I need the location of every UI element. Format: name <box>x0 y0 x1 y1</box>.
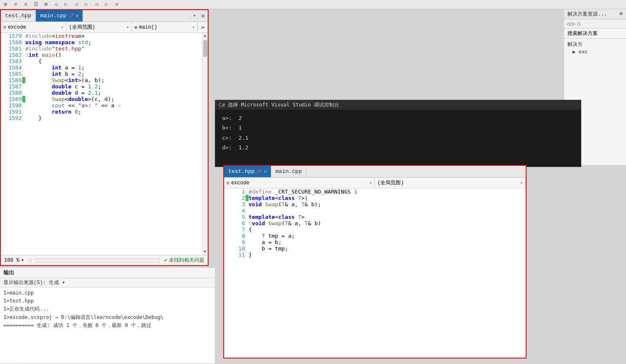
line-code[interactable]: ▽int main() <box>25 52 202 58</box>
line-code[interactable]: double c = 1.2; <box>25 83 202 90</box>
project-dropdown[interactable]: ⊞ excode ▾ <box>1 22 67 32</box>
line-indicator <box>245 189 249 195</box>
tab-bar: test.hpp main.cpp 📌 ✕ ▾ ⚙ <box>1 10 208 22</box>
toolbar-icon-7[interactable]: ▷ <box>62 1 70 8</box>
table-row: 1591 return 0; <box>1 109 202 115</box>
line-number: 1581 <box>1 45 22 52</box>
output-line-3: 1>正在生成代码... <box>3 305 211 313</box>
table-row: 1579 #include<iostream> <box>1 33 202 39</box>
nav-home-icon[interactable]: ⌂ <box>577 20 581 27</box>
tab-dropdown-button[interactable]: ▾ <box>190 13 198 19</box>
toolbar-icon-9[interactable]: ▷ <box>83 1 90 8</box>
line-code[interactable]: ▽void Swap(T& a, T& b) <box>249 220 526 226</box>
toolbar-icon-1[interactable]: ⊞ <box>2 1 9 8</box>
line-code[interactable]: int b = 2; <box>25 71 202 77</box>
line-indicator <box>22 58 25 64</box>
toolbar-icon-8[interactable]: ◁ <box>72 1 80 8</box>
bottom-project-dropdown[interactable]: ⊞ excode ▾ <box>224 178 375 188</box>
line-code[interactable]: #define _CRT_SECURE_NO_WARNINGS 1 <box>249 189 526 195</box>
code-content-test[interactable]: 1 #define _CRT_SECURE_NO_WARNINGS 1 2 te… <box>224 189 526 358</box>
line-code[interactable]: a = b; <box>249 239 526 245</box>
debug-console: C# 选择 Microsoft Visual Studio 调试控制台 a>: … <box>215 100 581 167</box>
line-code[interactable]: void Swap(T& a, T& b); <box>249 201 526 207</box>
line-code[interactable]: #include<iostream> <box>25 33 202 39</box>
line-number: 4 <box>224 207 245 214</box>
vertical-scrollbar[interactable]: ▲ ▼ <box>202 33 208 255</box>
line-code[interactable]: template<class T> <box>249 214 526 220</box>
nav-back-icon[interactable]: ◁ <box>567 20 570 27</box>
table-row: 1586 Swap<int>(a, b); <box>1 77 202 83</box>
nav-forward-icon[interactable]: ▷ <box>572 20 575 27</box>
tree-item-excode[interactable]: ▶ exc <box>566 48 624 56</box>
toolbar-icon-6[interactable]: ◁ <box>52 1 60 8</box>
toolbar-icon-10[interactable]: ◁ <box>93 1 100 8</box>
line-code[interactable]: #include"test.hpp" <box>25 45 202 52</box>
tree-item-solution-label: 解决方 <box>567 41 583 48</box>
scroll-up-icon[interactable]: ▲ <box>203 34 206 38</box>
project-dropdown-arrow: ▾ <box>61 25 64 30</box>
hscroll-left[interactable] <box>28 259 32 262</box>
table-row: 1580 using namespace std; <box>1 39 202 45</box>
bottom-scope-dropdown[interactable]: (全局范围) ▾ <box>375 178 526 188</box>
scroll-thumb[interactable] <box>203 40 207 57</box>
status-bar: 100 % ▾ ✔ 未找到相关问题 <box>1 255 208 265</box>
function-dropdown[interactable]: ◉ main() ▾ <box>132 22 198 32</box>
code-table-test: 1 #define _CRT_SECURE_NO_WARNINGS 1 2 te… <box>224 189 526 258</box>
nav-right-button[interactable]: ⇌ <box>198 24 208 31</box>
tab-bottom-close-icon[interactable]: ✕ <box>264 169 267 174</box>
debug-title-bar: C# 选择 Microsoft Visual Studio 调试控制台 <box>215 100 581 110</box>
line-code[interactable]: } <box>249 252 526 258</box>
line-code[interactable]: double d = 2.1; <box>25 90 202 96</box>
line-code[interactable] <box>249 207 526 214</box>
tab-bottom-test-hpp[interactable]: test.hpp 📌 ✕ <box>224 166 271 177</box>
tab-main-cpp-label: main.cpp <box>40 13 66 19</box>
tree-item-solution[interactable]: 解决方 <box>566 40 624 48</box>
line-number: 5 <box>224 214 245 220</box>
code-area-test: 1 #define _CRT_SECURE_NO_WARNINGS 1 2 te… <box>224 189 526 358</box>
settings-gear-icon[interactable]: ⚙ <box>620 11 623 17</box>
line-code[interactable]: { <box>25 58 202 64</box>
line-code[interactable]: using namespace std; <box>25 39 202 45</box>
line-code[interactable]: return 0; <box>25 109 202 115</box>
line-code[interactable]: { <box>249 226 526 233</box>
line-code[interactable]: int a = 1; <box>25 64 202 71</box>
settings-icon[interactable]: ⚙ <box>198 13 208 19</box>
zoom-dropdown-icon[interactable]: ▾ <box>21 257 24 263</box>
output-header-label: 输出 <box>3 270 14 276</box>
line-code[interactable]: template<class T>| <box>249 195 526 201</box>
toolbar-icon-2[interactable]: ≡ <box>12 1 19 8</box>
line-code[interactable]: Swap<double>(c, d); <box>25 96 202 102</box>
line-code[interactable]: cout << "a>: " << a < <box>25 102 202 109</box>
horizontal-scrollbar[interactable] <box>36 258 160 263</box>
line-indicator <box>245 252 249 258</box>
zoom-control[interactable]: 100 % ▾ <box>4 257 24 263</box>
line-code[interactable]: Swap<int>(a, b); <box>25 77 202 83</box>
line-code[interactable]: b = tmp; <box>249 245 526 252</box>
toolbar-icon-3[interactable]: ≡ <box>22 1 29 8</box>
scope-dropdown[interactable]: (全局范围) ▾ <box>67 22 132 32</box>
output-panel: 输出 显示输出来源(S): 生成 ▾ 1>main.cpp 1>test.hpp… <box>0 267 215 364</box>
tab-close-icon[interactable]: ✕ <box>76 13 79 19</box>
toolbar-icon-5[interactable]: ⊠ <box>42 1 50 8</box>
toolbar-icon-12[interactable]: ≡ <box>113 1 120 8</box>
tab-bottom-main-cpp[interactable]: main.cpp <box>271 166 306 177</box>
zoom-value: 100 % <box>4 258 19 263</box>
line-number: 1592 <box>1 115 22 121</box>
function-name: main() <box>139 24 157 30</box>
line-number: 1 <box>224 189 245 195</box>
table-row: 3 void Swap(T& a, T& b); <box>224 201 526 207</box>
code-table-main: 1579 #include<iostream> 1580 using names… <box>1 33 202 121</box>
table-row: 4 <box>224 207 526 214</box>
toolbar-icon-4[interactable]: ☰ <box>32 1 40 8</box>
status-message: ✔ 未找到相关问题 <box>164 257 204 264</box>
line-code[interactable]: T tmp = a; <box>249 233 526 239</box>
output-source-arrow[interactable]: ▾ <box>62 280 65 286</box>
tab-main-cpp[interactable]: main.cpp 📌 ✕ <box>36 10 83 21</box>
tab-test-hpp[interactable]: test.hpp <box>1 10 36 21</box>
line-code[interactable]: } <box>25 115 202 121</box>
scroll-down-icon[interactable]: ▼ <box>203 250 206 254</box>
table-row: 1590 cout << "a>: " << a < <box>1 102 202 109</box>
output-source-dropdown[interactable]: 生成 ▾ <box>49 280 65 286</box>
code-content-main[interactable]: 1579 #include<iostream> 1580 using names… <box>1 33 202 255</box>
toolbar-icon-11[interactable]: ▷ <box>103 1 110 8</box>
